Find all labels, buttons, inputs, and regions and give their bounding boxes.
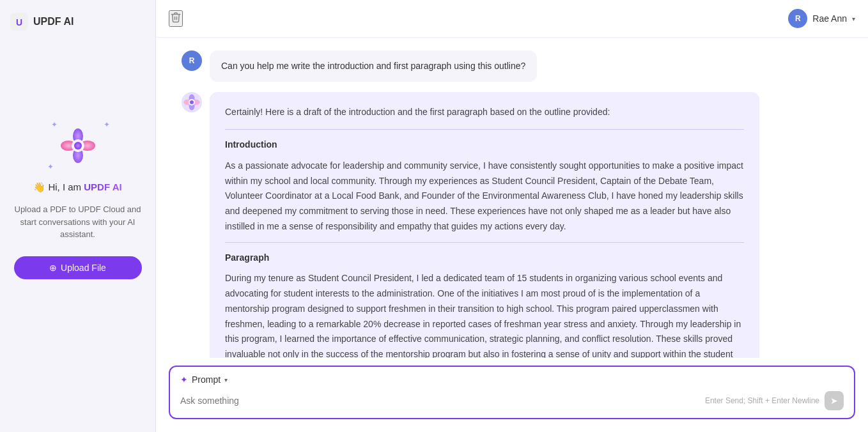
- user-name: Rae Ann: [812, 13, 847, 24]
- input-area: ✦ Prompt ▾ Enter Send; Shift + Enter New…: [156, 358, 868, 432]
- app-name: UPDF AI: [33, 16, 74, 27]
- ai-message-row: Certainly! Here is a draft of the introd…: [182, 92, 842, 358]
- ai-logo-icon: [182, 92, 202, 112]
- divider-1: [225, 129, 744, 130]
- avatar: R: [788, 9, 807, 28]
- send-icon: ➤: [830, 396, 838, 406]
- sparkle-bottom-left-icon: ✦: [47, 162, 54, 171]
- input-hint-text: Enter Send; Shift + Enter Newline: [705, 396, 819, 405]
- updf-logo-icon: U: [10, 13, 28, 31]
- user-message-avatar: R: [182, 50, 202, 71]
- prompt-label: Prompt: [192, 374, 221, 385]
- chevron-down-icon: ▾: [852, 15, 855, 22]
- input-box: ✦ Prompt ▾ Enter Send; Shift + Enter New…: [169, 366, 855, 419]
- ai-intro-text: Certainly! Here is a draft of the introd…: [225, 105, 744, 119]
- section1-title: Introduction: [225, 137, 744, 151]
- input-row: Enter Send; Shift + Enter Newline ➤: [180, 391, 844, 410]
- user-message-text: Can you help me write the introduction a…: [221, 61, 525, 71]
- ask-input[interactable]: [180, 396, 705, 406]
- trash-icon: [170, 12, 182, 23]
- greeting-text: 👋 Hi, I am UPDF AI: [33, 181, 121, 193]
- divider-2: [225, 242, 744, 243]
- sidebar-logo: U UPDF AI: [10, 13, 74, 31]
- svg-point-7: [74, 142, 82, 150]
- messages-area: R Can you help me write the introduction…: [156, 38, 868, 358]
- mascot-icon: [59, 127, 97, 165]
- sparkle-top-right-icon: ✦: [104, 120, 110, 129]
- sparkle-top-left-icon: ✦: [51, 120, 58, 129]
- section2-text: During my tenure as Student Council Pres…: [225, 271, 744, 358]
- sidebar: U UPDF AI ✦ ✦ ✦: [0, 0, 156, 432]
- input-top-row: ✦ Prompt ▾: [180, 374, 844, 385]
- user-message-bubble: Can you help me write the introduction a…: [210, 50, 537, 82]
- send-button[interactable]: ➤: [825, 391, 844, 410]
- upload-file-button[interactable]: ⊕ Upload File: [14, 256, 142, 279]
- prompt-sparkle-icon: ✦: [180, 374, 188, 385]
- section1-text: As a passionate advocate for leadership …: [225, 158, 744, 235]
- main-header: R Rae Ann ▾: [156, 0, 868, 38]
- section2-title: Paragraph: [225, 251, 744, 265]
- upload-plus-icon: ⊕: [49, 263, 57, 273]
- user-message-row: R Can you help me write the introduction…: [182, 50, 842, 82]
- svg-point-14: [190, 100, 194, 104]
- clear-chat-button[interactable]: [169, 10, 183, 27]
- sidebar-center: ✦ ✦ ✦: [10, 120, 145, 241]
- ai-avatar: [182, 92, 202, 112]
- svg-text:U: U: [16, 17, 22, 27]
- ai-message-bubble: Certainly! Here is a draft of the introd…: [210, 92, 759, 358]
- sidebar-subtitle: Upload a PDF to UPDF Cloud and start con…: [10, 203, 145, 241]
- mascot-container: ✦ ✦ ✦: [46, 120, 110, 171]
- user-menu[interactable]: R Rae Ann ▾: [788, 9, 855, 28]
- chat-main: R Rae Ann ▾ R Can you help me write the …: [156, 0, 868, 432]
- prompt-chevron-icon[interactable]: ▾: [224, 376, 228, 383]
